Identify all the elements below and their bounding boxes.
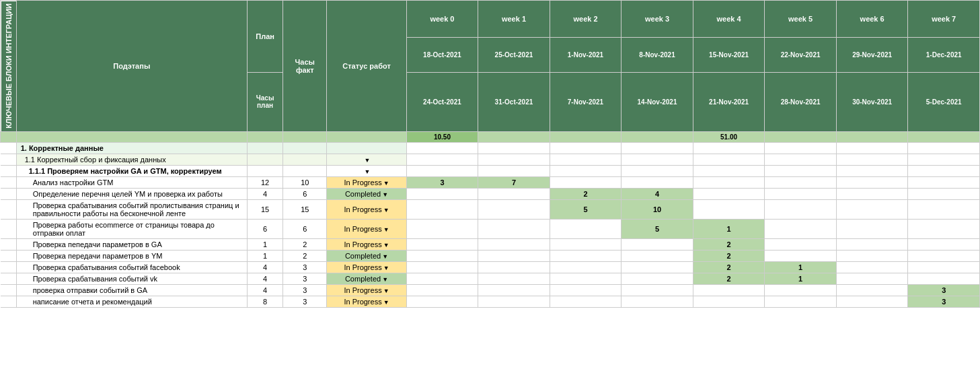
header-week1: week 1 [478,1,550,38]
date-top-w5: 22-Nov-2021 [765,38,837,73]
date-top-w2: 1-Nov-2021 [550,38,621,73]
dropdown-arrow-icon[interactable]: ▼ [383,180,389,187]
fact-cell: 3 [283,261,327,273]
week-cell [836,273,908,284]
week-cell [693,199,765,219]
dropdown-arrow-icon[interactable]: ▼ [383,288,389,294]
status-cell[interactable]: In Progress▼ [327,296,406,307]
week-cell [621,238,693,250]
side-cell [1,238,17,250]
week-cell: 3 [406,176,478,188]
header-week5: week 5 [765,1,837,38]
header-fact: Часы факт [283,1,327,132]
week-cell: 3 [908,296,980,307]
date-bot-w6: 30-Nov-2021 [836,73,908,132]
status-label: In Progress [344,298,381,306]
week-cell [478,154,550,165]
dropdown-arrow-icon[interactable]: ▼ [383,265,389,271]
status-label: In Progress [344,286,381,294]
week-cell [836,142,908,154]
plan-cell: 8 [247,296,282,307]
status-cell[interactable]: Completed▼ [327,250,406,261]
week-cell [765,188,837,199]
fact-cell: 6 [283,219,327,238]
task-label: 1. Корректные данные [16,142,247,154]
header-plan: План [247,1,282,73]
header-week2: week 2 [550,1,621,38]
date-bot-w4: 21-Nov-2021 [693,73,765,132]
week-cell [406,261,478,273]
week-cell [478,284,550,296]
plan-cell [247,142,282,154]
week-cell [478,238,550,250]
dropdown-arrow-icon[interactable]: ▼ [383,299,389,306]
week-cell [478,165,550,176]
week-cell [908,238,980,250]
table-row: Анализ настройки GTM1210In Progress▼37 [1,176,980,188]
week-cell [908,219,980,238]
plan-cell: 4 [247,284,282,296]
status-cell[interactable]: ▼ [327,165,406,176]
dropdown-arrow-icon[interactable]: ▼ [383,207,389,213]
status-label: In Progress [344,240,381,248]
week-cell [765,154,837,165]
week-cell [478,273,550,284]
side-header: КЛЮЧЕВЫЕ БЛОКИ ИНТЕГРАЦИИ [1,1,17,132]
week-cell [550,142,621,154]
dropdown-arrow-icon[interactable]: ▼ [365,157,371,164]
week-cell [406,296,478,307]
fact-cell [283,142,327,154]
dropdown-arrow-icon[interactable]: ▼ [382,276,388,283]
dropdown-arrow-icon[interactable]: ▼ [383,242,389,248]
week-cell [765,165,837,176]
week-cell [621,273,693,284]
task-label: Проверка пепедачи параметров в GA [16,238,247,250]
totals-w6 [836,131,908,142]
dropdown-arrow-icon[interactable]: ▼ [382,191,388,198]
dropdown-arrow-icon[interactable]: ▼ [382,253,388,260]
status-cell[interactable]: Completed▼ [327,188,406,199]
week-cell [765,219,837,238]
week-cell [406,273,478,284]
table-row: Проверка передачи параметров в YM12Compl… [1,250,980,261]
status-cell[interactable]: In Progress▼ [327,261,406,273]
status-cell[interactable]: In Progress▼ [327,238,406,250]
side-cell [1,188,17,199]
status-label: Completed [345,252,381,260]
date-top-w6: 29-Nov-2021 [836,38,908,73]
fact-cell: 15 [283,199,327,219]
status-cell[interactable]: In Progress▼ [327,219,406,238]
week-cell [765,176,837,188]
week-cell: 10 [621,199,693,219]
week-cell [836,238,908,250]
week-cell: 1 [693,219,765,238]
dropdown-arrow-icon[interactable]: ▼ [365,168,371,175]
task-label: 1.1 Корректный сбор и фиксация данных [16,154,247,165]
week-cell [765,296,837,307]
week-cell [406,238,478,250]
plan-cell [247,154,282,165]
table-row: Проверка работы ecommerce от страницы то… [1,219,980,238]
status-cell[interactable]: Completed▼ [327,273,406,284]
week-cell: 5 [621,219,693,238]
week-cell [836,219,908,238]
table-row: Проверка срабатывания событий vk43Comple… [1,273,980,284]
week-cell [908,273,980,284]
status-cell[interactable]: In Progress▼ [327,176,406,188]
dropdown-arrow-icon[interactable]: ▼ [383,226,389,233]
week-cell [478,219,550,238]
week-cell [406,199,478,219]
week-cell [693,165,765,176]
week-cell [836,154,908,165]
fact-cell: 2 [283,250,327,261]
week-cell [836,296,908,307]
status-cell[interactable]: ▼ [327,154,406,165]
side-cell [1,284,17,296]
plan-cell: 4 [247,261,282,273]
date-top-w4: 15-Nov-2021 [693,38,765,73]
week-cell [621,142,693,154]
table-row: написание отчета и рекомендаций83In Prog… [1,296,980,307]
status-cell[interactable]: In Progress▼ [327,199,406,219]
week-cell [550,154,621,165]
status-cell[interactable]: In Progress▼ [327,284,406,296]
